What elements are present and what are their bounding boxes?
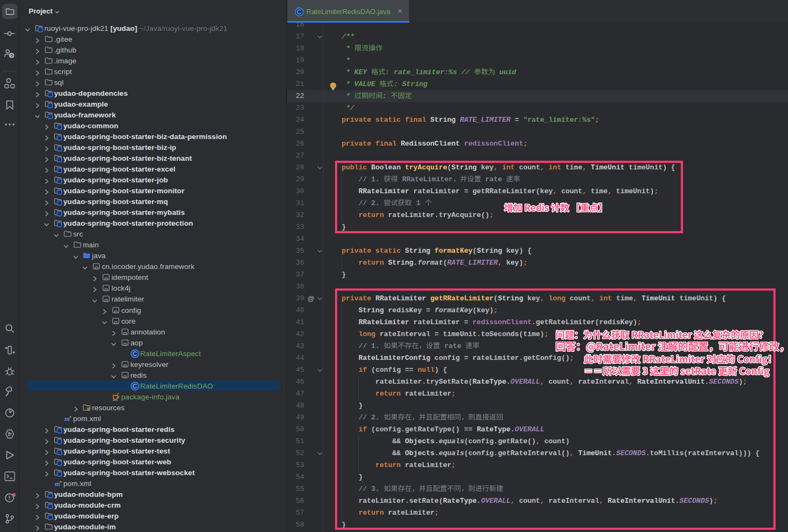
svg-text:m: m	[55, 480, 60, 488]
svg-text:m: m	[64, 415, 70, 423]
svg-text:?: ?	[10, 53, 14, 58]
